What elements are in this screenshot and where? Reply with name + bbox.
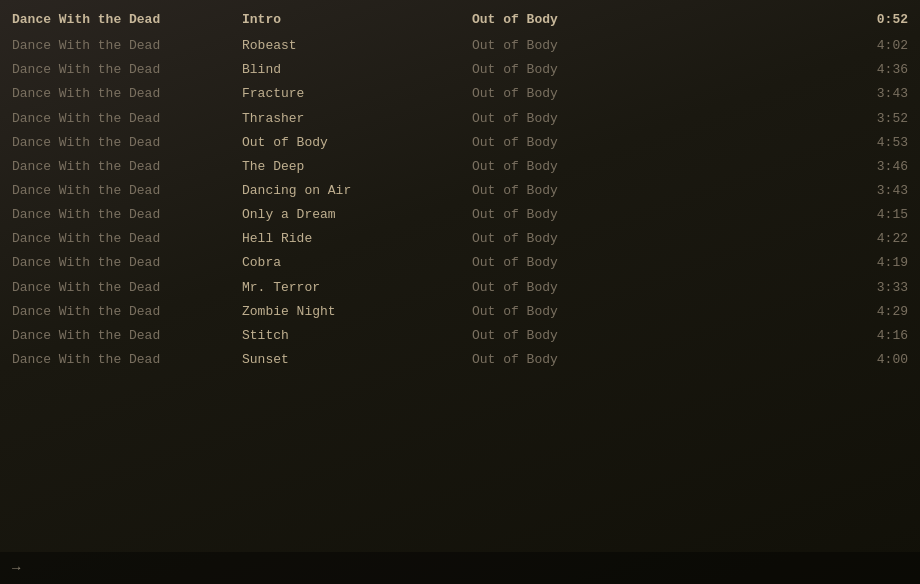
track-artist: Dance With the Dead <box>12 36 242 56</box>
track-artist: Dance With the Dead <box>12 278 242 298</box>
header-duration: 0:52 <box>848 10 908 30</box>
track-title: Thrasher <box>242 109 472 129</box>
track-duration: 3:43 <box>848 181 908 201</box>
header-title: Intro <box>242 10 472 30</box>
header-album: Out of Body <box>472 10 602 30</box>
track-artist: Dance With the Dead <box>12 253 242 273</box>
track-album: Out of Body <box>472 302 602 322</box>
table-row[interactable]: Dance With the DeadBlindOut of Body4:36 <box>0 58 920 82</box>
track-duration: 4:19 <box>848 253 908 273</box>
track-album: Out of Body <box>472 60 602 80</box>
table-row[interactable]: Dance With the DeadDancing on AirOut of … <box>0 179 920 203</box>
track-duration: 4:00 <box>848 350 908 370</box>
table-row[interactable]: Dance With the DeadMr. TerrorOut of Body… <box>0 276 920 300</box>
track-artist: Dance With the Dead <box>12 326 242 346</box>
table-row[interactable]: Dance With the DeadHell RideOut of Body4… <box>0 227 920 251</box>
table-row[interactable]: Dance With the DeadZombie NightOut of Bo… <box>0 300 920 324</box>
track-title: The Deep <box>242 157 472 177</box>
track-title: Fracture <box>242 84 472 104</box>
track-album: Out of Body <box>472 133 602 153</box>
track-list: Dance With the Dead Intro Out of Body 0:… <box>0 0 920 380</box>
track-title: Cobra <box>242 253 472 273</box>
track-album: Out of Body <box>472 36 602 56</box>
bottom-bar: → <box>0 552 920 584</box>
track-artist: Dance With the Dead <box>12 205 242 225</box>
track-duration: 3:46 <box>848 157 908 177</box>
track-album: Out of Body <box>472 253 602 273</box>
track-duration: 3:33 <box>848 278 908 298</box>
track-title: Dancing on Air <box>242 181 472 201</box>
table-row[interactable]: Dance With the DeadOnly a DreamOut of Bo… <box>0 203 920 227</box>
track-album: Out of Body <box>472 157 602 177</box>
track-duration: 4:02 <box>848 36 908 56</box>
track-title: Zombie Night <box>242 302 472 322</box>
table-row[interactable]: Dance With the DeadRobeastOut of Body4:0… <box>0 34 920 58</box>
table-row[interactable]: Dance With the DeadFractureOut of Body3:… <box>0 82 920 106</box>
table-row[interactable]: Dance With the DeadThe DeepOut of Body3:… <box>0 155 920 179</box>
track-artist: Dance With the Dead <box>12 60 242 80</box>
track-title: Robeast <box>242 36 472 56</box>
table-row[interactable]: Dance With the DeadOut of BodyOut of Bod… <box>0 131 920 155</box>
track-album: Out of Body <box>472 350 602 370</box>
track-album: Out of Body <box>472 205 602 225</box>
table-row[interactable]: Dance With the DeadThrasherOut of Body3:… <box>0 107 920 131</box>
track-title: Only a Dream <box>242 205 472 225</box>
track-duration: 4:36 <box>848 60 908 80</box>
track-artist: Dance With the Dead <box>12 157 242 177</box>
table-row[interactable]: Dance With the DeadCobraOut of Body4:19 <box>0 251 920 275</box>
track-artist: Dance With the Dead <box>12 181 242 201</box>
track-duration: 4:53 <box>848 133 908 153</box>
track-title: Stitch <box>242 326 472 346</box>
track-duration: 4:29 <box>848 302 908 322</box>
track-album: Out of Body <box>472 326 602 346</box>
track-album: Out of Body <box>472 84 602 104</box>
track-title: Sunset <box>242 350 472 370</box>
track-duration: 3:43 <box>848 84 908 104</box>
track-artist: Dance With the Dead <box>12 229 242 249</box>
track-artist: Dance With the Dead <box>12 84 242 104</box>
header-artist: Dance With the Dead <box>12 10 242 30</box>
table-row[interactable]: Dance With the DeadSunsetOut of Body4:00 <box>0 348 920 372</box>
track-artist: Dance With the Dead <box>12 302 242 322</box>
track-duration: 4:22 <box>848 229 908 249</box>
track-artist: Dance With the Dead <box>12 350 242 370</box>
track-title: Hell Ride <box>242 229 472 249</box>
table-row[interactable]: Dance With the DeadStitchOut of Body4:16 <box>0 324 920 348</box>
track-album: Out of Body <box>472 109 602 129</box>
track-duration: 4:16 <box>848 326 908 346</box>
track-artist: Dance With the Dead <box>12 109 242 129</box>
track-album: Out of Body <box>472 229 602 249</box>
track-title: Mr. Terror <box>242 278 472 298</box>
arrow-icon: → <box>12 560 20 576</box>
track-duration: 4:15 <box>848 205 908 225</box>
track-duration: 3:52 <box>848 109 908 129</box>
track-list-header: Dance With the Dead Intro Out of Body 0:… <box>0 8 920 32</box>
track-artist: Dance With the Dead <box>12 133 242 153</box>
track-album: Out of Body <box>472 181 602 201</box>
track-title: Blind <box>242 60 472 80</box>
track-title: Out of Body <box>242 133 472 153</box>
track-album: Out of Body <box>472 278 602 298</box>
